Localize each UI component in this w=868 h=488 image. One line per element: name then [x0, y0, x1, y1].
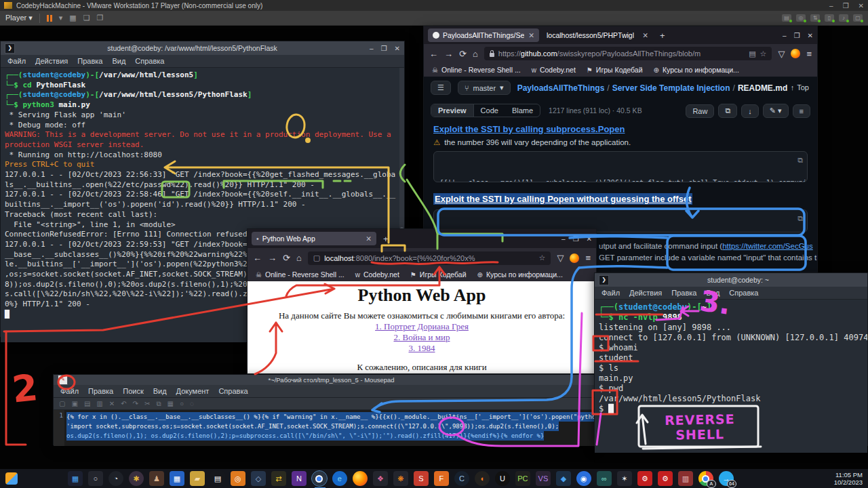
breadcrumb-repo[interactable]: PayloadsAllTheThings — [517, 83, 605, 93]
bookmark-item[interactable]: wCodeby.net — [532, 66, 576, 74]
book-link[interactable]: 2. Война и мир — [248, 332, 596, 343]
sound-device-icon[interactable]: ♪ — [839, 14, 848, 22]
save-as-icon[interactable]: ▥ — [96, 400, 102, 407]
bookmark-item[interactable]: wCodeby.net — [355, 270, 399, 279]
pause-button[interactable] — [47, 15, 52, 22]
back-icon[interactable]: ← — [429, 49, 438, 59]
copy-icon[interactable]: ⧉ — [156, 400, 161, 408]
copy-code-icon[interactable]: ⧉ — [797, 214, 803, 224]
calendar-icon[interactable]: ▦ — [170, 471, 184, 486]
breadcrumb-folder[interactable]: Server Side Template Injection — [612, 83, 730, 93]
bookmark-star-icon[interactable]: ☆ — [760, 49, 767, 58]
tab-code[interactable]: Code — [474, 104, 505, 117]
chrome-icon[interactable] — [312, 471, 327, 486]
reader-mode-icon[interactable]: ▤ — [749, 49, 755, 58]
vscode-icon[interactable]: ◆ — [556, 471, 571, 486]
pocket-icon[interactable]: ▽ — [778, 49, 785, 59]
cdrom-device-icon[interactable]: ◎ — [796, 14, 806, 22]
menu-item[interactable]: Действия — [629, 289, 662, 297]
download-icon[interactable]: ↓ — [741, 104, 759, 118]
terminal2-output[interactable]: ┌──(student@codeby)-[~]└─$ nc -nvlp 9898… — [595, 300, 867, 453]
close-button[interactable]: ✕ — [395, 45, 400, 52]
tor-browser-icon[interactable]: ⇄ — [271, 471, 286, 486]
pause-dropdown[interactable]: ▾ — [59, 14, 63, 22]
display-device-icon[interactable]: ▢ — [853, 14, 863, 22]
tab-payloadsallthethings[interactable]: PayloadsAllTheThings/Se ✕ — [428, 28, 539, 42]
menu-item[interactable]: Правка — [77, 57, 102, 65]
editor-text[interactable]: {% for x in ().__class__.__base__.__subc… — [64, 410, 595, 446]
maximize-button[interactable]: ❐ — [381, 45, 387, 52]
search-replace-icon[interactable]: ◌ — [190, 400, 194, 407]
tab-python-web-app[interactable]: • Python Web App ✕ — [252, 232, 376, 245]
menu-item[interactable]: Вид — [153, 387, 167, 395]
minimize-button[interactable]: – — [370, 45, 374, 52]
menu-icon[interactable]: ≡ — [806, 49, 812, 59]
toolbox-icon[interactable]: ▥ — [678, 471, 693, 486]
sidebar-toggle-button[interactable]: ☰ — [431, 81, 451, 95]
unreal-engine-icon[interactable]: U — [495, 471, 510, 486]
bookmark-item[interactable]: ⚑Игры Кодебай — [410, 270, 467, 279]
book-link[interactable]: 3. 1984 — [248, 343, 596, 354]
close-button[interactable]: ✕ — [859, 2, 864, 9]
notion-icon[interactable]: ▤ — [210, 471, 225, 486]
menu-item[interactable]: Поиск — [123, 387, 143, 395]
terminal1-titlebar[interactable]: ❯ student@codeby: /var/www/html/lesson5/… — [1, 41, 404, 55]
firefox-icon[interactable] — [353, 471, 368, 486]
file-explorer-icon[interactable]: ▰ — [190, 471, 205, 486]
forward-icon[interactable]: → — [268, 253, 277, 263]
close-button[interactable]: ✕ — [587, 235, 592, 243]
cut-icon[interactable]: ✂ — [144, 400, 150, 407]
home-icon[interactable]: ⌂ — [296, 253, 302, 263]
gear-red-1-icon[interactable]: ⚙ — [637, 471, 652, 486]
new-tab-button[interactable]: + — [656, 30, 669, 41]
terminal2-titlebar[interactable]: ❯ student@codeby: ~ — [595, 273, 867, 287]
gear-orange-app-icon[interactable]: ◎ — [231, 471, 245, 486]
minimize-button[interactable]: – — [783, 32, 787, 39]
book-link[interactable]: 1. Портрет Дориана Грея — [248, 321, 596, 332]
new-tab-button[interactable]: + — [379, 234, 393, 244]
bookmark-star-icon[interactable]: ☆ — [539, 253, 546, 262]
forward-icon[interactable]: → — [444, 49, 453, 59]
edge-icon[interactable]: e — [332, 471, 347, 486]
paste-icon[interactable]: ▦ — [167, 400, 174, 407]
search-icon[interactable]: ○ — [180, 400, 184, 407]
speedtest-icon[interactable]: ◔ — [108, 471, 123, 486]
close-button[interactable]: ✕ — [808, 32, 813, 39]
cinema4d-icon[interactable]: C — [454, 471, 469, 486]
f-orange-app-icon[interactable]: F — [434, 471, 449, 486]
bookmark-item[interactable]: ⚑Игры Кодебай — [587, 66, 643, 74]
undo-icon[interactable]: ↶ — [121, 400, 126, 407]
redo-icon[interactable]: ↷ — [133, 400, 138, 407]
firefox-window-webapp[interactable]: • Python Web App ✕ + – ❐ ✕ ← → ⟳ ⌂ ▢ loc — [247, 228, 597, 374]
copy-file-icon[interactable]: ⧉ — [718, 104, 737, 118]
blender-icon[interactable]: ◖ — [475, 471, 490, 486]
top-link[interactable]: ↑Top — [791, 83, 809, 92]
vmware-app-icon[interactable]: ◇ — [251, 471, 266, 486]
player-menu[interactable]: Player ▾ — [5, 14, 33, 22]
maximize-button[interactable]: ❐ — [843, 2, 849, 9]
tab-close-icon[interactable]: ✕ — [642, 31, 648, 39]
hdd-device-icon[interactable]: ▤ — [782, 14, 791, 22]
menu-item[interactable]: Справка — [729, 289, 758, 297]
url-bar[interactable]: https://github.com/swisskyrepo/PayloadsA… — [484, 47, 772, 60]
tab-localhost-phptwig[interactable]: localhost/lesson5/PHPTwigl ✕ — [542, 28, 653, 42]
menu-item[interactable]: Файл — [601, 289, 620, 297]
search-icon[interactable]: ○ — [88, 471, 103, 486]
weather-widget-icon[interactable] — [5, 472, 18, 485]
new-file-icon[interactable]: ▢ — [59, 400, 65, 407]
pin-blue-app-icon[interactable]: ◉ — [576, 471, 591, 486]
onenote-icon[interactable]: N — [292, 471, 307, 486]
menu-item[interactable]: Файл — [60, 387, 79, 395]
menu-item[interactable]: Правка — [88, 387, 113, 395]
chrome-2-icon[interactable]: A — [698, 471, 713, 486]
terminal-window-netcat[interactable]: ❯ student@codeby: ~ ФайлДействияПравкаВи… — [594, 272, 868, 446]
minimize-button[interactable]: – — [829, 2, 833, 9]
menu-item[interactable]: Правка — [671, 289, 696, 297]
visual-studio-icon[interactable]: VS — [536, 471, 551, 486]
menu-item[interactable]: Справка — [218, 387, 248, 395]
teal-app-icon[interactable]: ∞ — [597, 471, 612, 486]
url-bar[interactable]: ▢ localhost:8080/index?book={%%20for%20x… — [308, 251, 551, 265]
open-file-icon[interactable]: ▣ — [71, 400, 77, 407]
menu-item[interactable]: Вид — [706, 289, 719, 297]
close-file-icon[interactable]: ✕ — [109, 400, 115, 407]
